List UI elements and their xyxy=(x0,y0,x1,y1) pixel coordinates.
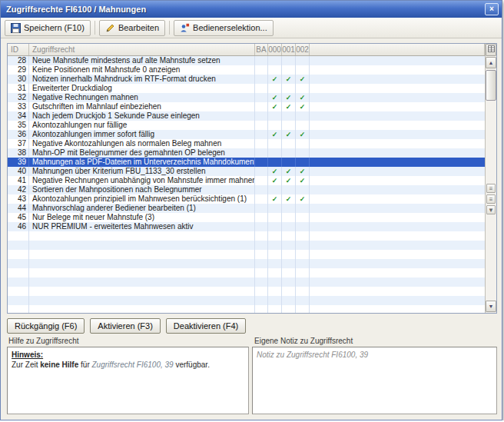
check-cell-ba[interactable] xyxy=(255,139,268,148)
check-cell-002[interactable] xyxy=(296,204,310,213)
check-cell-ba[interactable] xyxy=(255,102,268,111)
scrollbar-thumb[interactable] xyxy=(486,70,496,101)
check-cell-001[interactable] xyxy=(282,148,296,158)
check-cell-001[interactable] xyxy=(282,84,296,93)
check-cell-001[interactable] xyxy=(282,111,296,121)
grid-option-button-3[interactable]: ▼ xyxy=(486,205,496,214)
table-row-empty[interactable] xyxy=(8,296,485,305)
check-cell-ba[interactable] xyxy=(255,56,268,65)
table-row[interactable]: 36Akontozahlungen immer sofort fällig✓✓✓ xyxy=(8,130,485,139)
table-row-empty[interactable] xyxy=(8,277,485,287)
edit-button[interactable]: Bearbeiten xyxy=(99,20,165,36)
grid-option-button-1[interactable]: ≡ xyxy=(486,184,496,193)
check-cell-ba[interactable] xyxy=(255,167,268,176)
check-cell-ba[interactable] xyxy=(255,213,268,222)
table-row[interactable]: 34Nach jedem Druckjob 1 Sekunde Pause ei… xyxy=(8,111,485,121)
check-cell-001[interactable] xyxy=(282,185,296,194)
check-cell-002[interactable]: ✓ xyxy=(296,102,310,111)
deactivate-button[interactable]: Deaktivieren (F4) xyxy=(166,318,246,334)
column-header-id[interactable]: ID xyxy=(8,44,29,55)
check-cell-ba[interactable] xyxy=(255,148,268,158)
check-cell-ba[interactable] xyxy=(255,75,268,84)
check-cell-002[interactable] xyxy=(296,56,310,65)
check-cell-000[interactable] xyxy=(268,158,282,167)
table-row-empty[interactable] xyxy=(8,268,485,277)
table-row[interactable]: 46NUR PREMIUM - erweitertes Mahnwesen ak… xyxy=(8,222,485,231)
check-cell-ba[interactable] xyxy=(255,130,268,139)
check-cell-ba[interactable] xyxy=(255,65,268,75)
check-cell-002[interactable] xyxy=(296,84,310,93)
table-row-empty[interactable] xyxy=(8,231,485,241)
check-cell-ba[interactable] xyxy=(255,93,268,102)
check-cell-002[interactable]: ✓ xyxy=(296,130,310,139)
undo-button[interactable]: Rückgängig (F6) xyxy=(7,318,85,334)
operator-selection-button[interactable]: Bedienerselektion... xyxy=(174,20,274,36)
check-cell-000[interactable] xyxy=(268,222,282,231)
table-row[interactable]: 40Mahnungen über Kriterium FBU_1133_30 e… xyxy=(8,167,485,176)
check-cell-002[interactable]: ✓ xyxy=(296,167,310,176)
table-row[interactable]: 30Notizen innerhalb Mahndruck im RTF-For… xyxy=(8,75,485,84)
table-row[interactable]: 28Neue Mahnstufe mindestens auf alte Mah… xyxy=(8,56,485,65)
check-cell-000[interactable]: ✓ xyxy=(268,75,282,84)
check-cell-000[interactable]: ✓ xyxy=(268,130,282,139)
column-header-zugriffsrecht[interactable]: Zugriffsrecht xyxy=(29,44,255,55)
check-cell-ba[interactable] xyxy=(255,111,268,121)
titlebar[interactable]: Zugriffsrechte FI6100 / Mahnungen × xyxy=(1,1,502,18)
check-cell-002[interactable]: ✓ xyxy=(296,75,310,84)
check-cell-002[interactable] xyxy=(296,121,310,130)
check-cell-001[interactable] xyxy=(282,56,296,65)
check-cell-ba[interactable] xyxy=(255,185,268,194)
check-cell-000[interactable]: ✓ xyxy=(268,194,282,204)
check-cell-002[interactable] xyxy=(296,139,310,148)
check-cell-002[interactable] xyxy=(296,158,310,167)
check-cell-002[interactable]: ✓ xyxy=(296,176,310,185)
table-row-empty[interactable] xyxy=(8,305,485,313)
check-cell-001[interactable] xyxy=(282,213,296,222)
table-row-empty[interactable] xyxy=(8,259,485,268)
check-cell-002[interactable] xyxy=(296,222,310,231)
table-row[interactable]: 35Akontozahlungen nur fällige xyxy=(8,121,485,130)
check-cell-001[interactable] xyxy=(282,121,296,130)
scroll-up-button[interactable]: ▲ xyxy=(486,57,496,68)
check-cell-001[interactable]: ✓ xyxy=(282,167,296,176)
check-cell-000[interactable] xyxy=(268,121,282,130)
check-cell-ba[interactable] xyxy=(255,222,268,231)
table-row[interactable]: 32Negative Rechnungen mahnen✓✓✓ xyxy=(8,93,485,102)
check-cell-002[interactable] xyxy=(296,111,310,121)
table-row-empty[interactable] xyxy=(8,250,485,259)
note-panel[interactable]: Notiz zu Zugriffsrecht FI6100, 39 xyxy=(252,347,497,414)
table-row-selected[interactable]: 39Mahnungen als PDF-Dateien im Unterverz… xyxy=(8,158,485,167)
check-cell-001[interactable] xyxy=(282,158,296,167)
table-row[interactable]: 37Negative Akontozahlungen als normalen … xyxy=(8,139,485,148)
check-cell-002[interactable]: ✓ xyxy=(296,93,310,102)
save-button[interactable]: Speichern (F10) xyxy=(5,20,91,36)
check-cell-001[interactable]: ✓ xyxy=(282,130,296,139)
check-cell-001[interactable] xyxy=(282,222,296,231)
check-cell-000[interactable] xyxy=(268,56,282,65)
check-cell-ba[interactable] xyxy=(255,194,268,204)
table-row[interactable]: 44Mahnvorschlag anderer Bediener bearbei… xyxy=(8,204,485,213)
column-header-ba[interactable]: BA xyxy=(255,44,268,55)
check-cell-000[interactable] xyxy=(268,139,282,148)
table-row[interactable]: 45Nur Belege mit neuer Mahnstufe (3) xyxy=(8,213,485,222)
check-cell-000[interactable] xyxy=(268,148,282,158)
check-cell-ba[interactable] xyxy=(255,158,268,167)
table-row[interactable]: 33Gutschriften im Mahnlauf einbeziehen✓✓… xyxy=(8,102,485,111)
check-cell-001[interactable]: ✓ xyxy=(282,75,296,84)
check-cell-001[interactable] xyxy=(282,139,296,148)
check-cell-002[interactable] xyxy=(296,65,310,75)
check-cell-000[interactable] xyxy=(268,111,282,121)
close-button[interactable]: × xyxy=(485,3,499,15)
check-cell-000[interactable] xyxy=(268,185,282,194)
activate-button[interactable]: Aktivieren (F3) xyxy=(90,318,161,334)
column-header-001[interactable]: 001 xyxy=(282,44,296,55)
table-row[interactable]: 31Erweiterter Druckdialog xyxy=(8,84,485,93)
check-cell-001[interactable]: ✓ xyxy=(282,176,296,185)
table-row-empty[interactable] xyxy=(8,241,485,250)
check-cell-002[interactable] xyxy=(296,185,310,194)
check-cell-001[interactable] xyxy=(282,65,296,75)
check-cell-ba[interactable] xyxy=(255,176,268,185)
check-cell-000[interactable]: ✓ xyxy=(268,167,282,176)
check-cell-001[interactable]: ✓ xyxy=(282,93,296,102)
check-cell-002[interactable]: ✓ xyxy=(296,194,310,204)
